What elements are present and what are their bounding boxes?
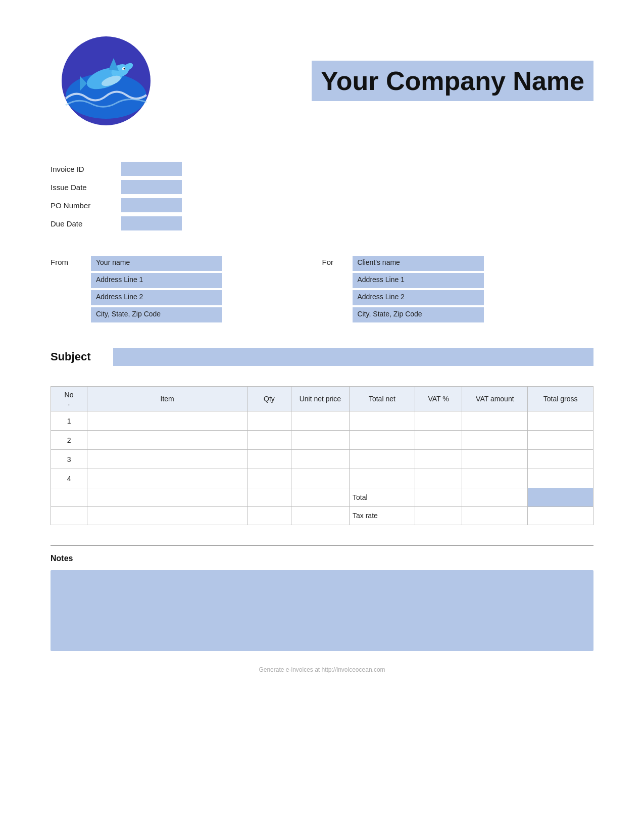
- from-address-fields: Your name Address Line 1 Address Line 2 …: [91, 256, 322, 322]
- row1-unitnet[interactable]: [291, 411, 349, 431]
- due-date-field[interactable]: [121, 216, 182, 230]
- row3-totalnet[interactable]: [350, 450, 415, 469]
- row4-totalgross[interactable]: [528, 469, 593, 488]
- row4-qty[interactable]: [247, 469, 291, 488]
- col-header-no: No.: [51, 387, 87, 411]
- row4-vatamt[interactable]: [462, 469, 528, 488]
- row1-qty[interactable]: [247, 411, 291, 431]
- footer: Generate e-invoices at http://invoiceoce…: [51, 666, 593, 673]
- total-row: Total: [51, 488, 593, 506]
- row4-no: 4: [51, 469, 87, 488]
- from-address2-field[interactable]: Address Line 2: [91, 290, 222, 305]
- from-address1-field[interactable]: Address Line 1: [91, 273, 222, 288]
- taxrate-vat[interactable]: [415, 506, 462, 525]
- client-city-field[interactable]: City, State, Zip Code: [353, 307, 484, 322]
- row4-item[interactable]: [87, 469, 247, 488]
- col-header-totalnet: Total net: [350, 387, 415, 411]
- row1-totalgross[interactable]: [528, 411, 593, 431]
- from-for-section: From Your name Address Line 1 Address Li…: [51, 256, 593, 322]
- notes-label: Notes: [51, 554, 593, 563]
- notes-divider: [51, 545, 593, 546]
- row2-qty[interactable]: [247, 431, 291, 450]
- total-spacer3: [247, 488, 291, 506]
- row4-vat[interactable]: [415, 469, 462, 488]
- from-name-field[interactable]: Your name: [91, 256, 222, 271]
- row2-totalgross[interactable]: [528, 431, 593, 450]
- invoice-page: Your Company Name Invoice ID Issue Date …: [0, 0, 644, 834]
- taxrate-spacer2: [87, 506, 247, 525]
- from-city-field[interactable]: City, State, Zip Code: [91, 307, 222, 322]
- total-gross-highlight[interactable]: [528, 488, 593, 506]
- row2-vat[interactable]: [415, 431, 462, 450]
- due-date-label: Due Date: [51, 219, 121, 228]
- company-name-area: Your Company Name: [162, 61, 593, 101]
- for-block: For Client's name Address Line 1 Address…: [322, 256, 594, 322]
- po-number-field[interactable]: [121, 198, 182, 212]
- subject-section: Subject: [51, 348, 593, 366]
- invoice-id-label: Invoice ID: [51, 165, 121, 173]
- invoice-id-field[interactable]: [121, 162, 182, 176]
- meta-row-due-date: Due Date: [51, 216, 593, 230]
- logo-area: [51, 30, 162, 131]
- taxrate-vatamt[interactable]: [462, 506, 528, 525]
- client-address1-field[interactable]: Address Line 1: [353, 273, 484, 288]
- total-vatamt[interactable]: [462, 488, 528, 506]
- row1-no: 1: [51, 411, 87, 431]
- for-label: For: [322, 256, 353, 266]
- col-header-qty: Qty: [247, 387, 291, 411]
- for-address-fields: Client's name Address Line 1 Address Lin…: [353, 256, 594, 322]
- taxrate-gross[interactable]: [528, 506, 593, 525]
- taxrate-spacer3: [247, 506, 291, 525]
- table-row: 3: [51, 450, 593, 469]
- meta-row-issue-date: Issue Date: [51, 180, 593, 194]
- meta-row-invoice-id: Invoice ID: [51, 162, 593, 176]
- meta-row-po-number: PO Number: [51, 198, 593, 212]
- client-name-field[interactable]: Client's name: [353, 256, 484, 271]
- row3-vatamt[interactable]: [462, 450, 528, 469]
- row1-item[interactable]: [87, 411, 247, 431]
- issue-date-field[interactable]: [121, 180, 182, 194]
- footer-text: Generate e-invoices at http://invoiceoce…: [259, 666, 385, 673]
- col-header-item: Item: [87, 387, 247, 411]
- row3-unitnet[interactable]: [291, 450, 349, 469]
- table-row: 2: [51, 431, 593, 450]
- row4-totalnet[interactable]: [350, 469, 415, 488]
- from-block: From Your name Address Line 1 Address Li…: [51, 256, 322, 322]
- total-label: Total: [350, 488, 415, 506]
- col-header-vatamt: VAT amount: [462, 387, 528, 411]
- row2-vatamt[interactable]: [462, 431, 528, 450]
- table-row: 1: [51, 411, 593, 431]
- row1-vatamt[interactable]: [462, 411, 528, 431]
- total-vat[interactable]: [415, 488, 462, 506]
- row3-totalgross[interactable]: [528, 450, 593, 469]
- row4-unitnet[interactable]: [291, 469, 349, 488]
- notes-field[interactable]: [51, 570, 593, 651]
- row1-totalnet[interactable]: [350, 411, 415, 431]
- subject-field[interactable]: [113, 348, 593, 366]
- row3-qty[interactable]: [247, 450, 291, 469]
- client-address2-field[interactable]: Address Line 2: [353, 290, 484, 305]
- row1-vat[interactable]: [415, 411, 462, 431]
- issue-date-label: Issue Date: [51, 183, 121, 192]
- row2-unitnet[interactable]: [291, 431, 349, 450]
- row2-no: 2: [51, 431, 87, 450]
- notes-section: Notes: [51, 554, 593, 651]
- row3-item[interactable]: [87, 450, 247, 469]
- from-label: From: [51, 256, 91, 266]
- row2-totalnet[interactable]: [350, 431, 415, 450]
- company-name[interactable]: Your Company Name: [312, 61, 593, 101]
- taxrate-label: Tax rate: [350, 506, 415, 525]
- col-header-totalgross: Total gross: [528, 387, 593, 411]
- total-spacer1: [51, 488, 87, 506]
- total-spacer4: [291, 488, 349, 506]
- table-row: 4: [51, 469, 593, 488]
- taxrate-row: Tax rate: [51, 506, 593, 525]
- table-header-row: No. Item Qty Unit net price Total net VA…: [51, 387, 593, 411]
- row3-vat[interactable]: [415, 450, 462, 469]
- total-spacer2: [87, 488, 247, 506]
- svg-point-8: [124, 68, 125, 70]
- row2-item[interactable]: [87, 431, 247, 450]
- row3-no: 3: [51, 450, 87, 469]
- col-header-vat: VAT %: [415, 387, 462, 411]
- subject-label: Subject: [51, 350, 106, 363]
